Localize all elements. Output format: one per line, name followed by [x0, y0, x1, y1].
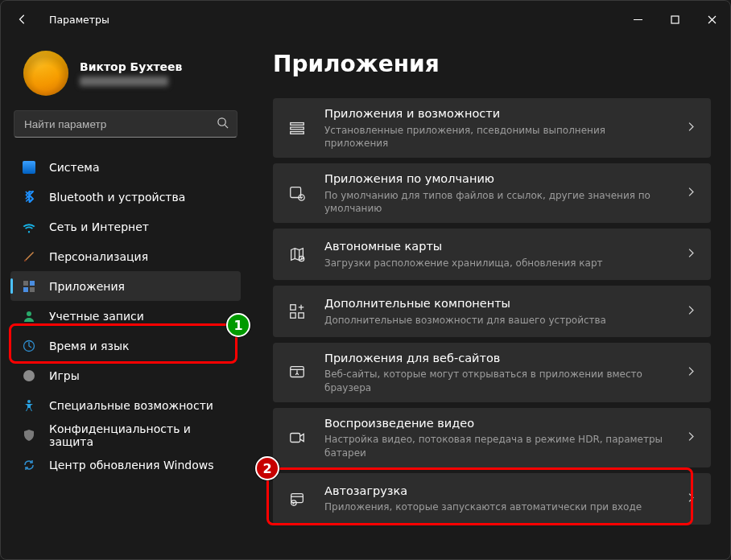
- sidebar-item-label: Приложения: [49, 280, 125, 293]
- back-button[interactable]: [7, 4, 38, 35]
- svg-rect-12: [291, 132, 304, 134]
- offline-maps-icon: [287, 245, 307, 264]
- tile-apps-websites[interactable]: Приложения для веб-сайтов Веб-сайты, кот…: [273, 343, 711, 402]
- chevron-right-icon: [686, 491, 696, 506]
- gaming-icon: [22, 369, 36, 383]
- settings-tiles: Приложения и возможности Установленные п…: [273, 98, 711, 527]
- apps-features-icon: [287, 118, 307, 138]
- svg-point-8: [23, 370, 35, 381]
- tile-title: Автозагрузка: [324, 484, 668, 500]
- tile-optional-features[interactable]: Дополнительные компоненты Дополнительные…: [273, 286, 711, 337]
- sidebar-item-personalization[interactable]: Персонализация: [10, 241, 241, 271]
- sidebar-nav: Система Bluetooth и устройства Сеть и Ин…: [10, 152, 241, 480]
- maximize-button[interactable]: [656, 6, 693, 33]
- user-name: Виктор Бухтеев: [80, 60, 182, 73]
- network-icon: [22, 220, 36, 234]
- search-input[interactable]: [23, 117, 217, 131]
- sidebar-item-label: Система: [49, 161, 99, 174]
- sidebar-item-label: Время и язык: [49, 340, 129, 352]
- sidebar-item-label: Специальные возможности: [49, 399, 213, 412]
- minimize-button[interactable]: [619, 6, 656, 33]
- search-input-wrap[interactable]: [14, 110, 237, 138]
- chevron-right-icon: [686, 120, 696, 135]
- sidebar-item-network[interactable]: Сеть и Интернет: [10, 212, 241, 241]
- svg-rect-11: [291, 127, 304, 130]
- sidebar-item-label: Учетные записи: [49, 310, 144, 323]
- close-button[interactable]: [693, 6, 730, 33]
- sidebar-item-label: Bluetooth и устройства: [49, 191, 185, 204]
- chevron-right-icon: [686, 430, 696, 445]
- sidebar-item-label: Конфиденциальность и защита: [49, 422, 233, 448]
- tile-offline-maps[interactable]: Автономные карты Загрузки расположение х…: [273, 229, 711, 280]
- tile-title: Автономные карты: [324, 239, 668, 255]
- accessibility-icon: [22, 398, 36, 413]
- video-playback-icon: [287, 428, 307, 447]
- chevron-right-icon: [686, 246, 696, 261]
- titlebar: Параметры: [1, 1, 730, 38]
- sidebar-item-privacy[interactable]: Конфиденциальность и защита: [10, 420, 241, 450]
- svg-point-6: [27, 311, 31, 316]
- svg-rect-0: [671, 16, 679, 23]
- svg-rect-17: [291, 313, 295, 318]
- chevron-right-icon: [686, 185, 696, 200]
- main-content: Приложения Приложения и возможности Уста…: [250, 38, 730, 559]
- tile-apps-features[interactable]: Приложения и возможности Установленные п…: [273, 98, 711, 158]
- svg-rect-2: [23, 281, 28, 286]
- window-title: Параметры: [49, 14, 109, 26]
- tile-subtitle: Приложения, которые запускаются автомати…: [324, 500, 668, 513]
- accounts-icon: [22, 309, 36, 323]
- windows-update-icon: [22, 458, 36, 472]
- avatar: [23, 51, 68, 96]
- search-icon: [217, 117, 229, 132]
- sidebar-item-label: Сеть и Интернет: [49, 220, 149, 233]
- sidebar-item-windows-update[interactable]: Центр обновления Windows: [10, 450, 241, 480]
- tile-title: Воспроизведение видео: [324, 416, 668, 432]
- tile-subtitle: Загрузки расположение хранилища, обновле…: [324, 257, 668, 270]
- svg-rect-4: [23, 287, 28, 292]
- tile-title: Приложения для веб-сайтов: [324, 351, 668, 367]
- sidebar-item-accounts[interactable]: Учетные записи: [10, 301, 241, 331]
- tile-title: Приложения по умолчанию: [324, 171, 668, 187]
- tile-default-apps[interactable]: Приложения по умолчанию По умолчанию для…: [273, 163, 711, 223]
- tile-subtitle: Дополнительные возможности для вашего ус…: [324, 314, 668, 327]
- startup-icon: [287, 489, 307, 509]
- tile-subtitle: Веб-сайты, которые могут открываться в п…: [324, 368, 668, 393]
- tile-video-playback[interactable]: Воспроизведение видео Настройка видео, п…: [273, 408, 711, 467]
- tile-subtitle: Установленные приложения, псевдонимы вып…: [324, 124, 668, 150]
- svg-rect-20: [291, 433, 300, 442]
- tile-subtitle: По умолчанию для типов файлов и ссылок, …: [324, 189, 668, 215]
- svg-point-1: [218, 117, 225, 125]
- apps-icon: [22, 279, 36, 294]
- bluetooth-icon: [22, 190, 36, 204]
- page-title: Приложения: [273, 51, 711, 77]
- chevron-right-icon: [686, 364, 696, 380]
- default-apps-icon: [287, 183, 307, 203]
- sidebar-item-label: Персонализация: [49, 250, 148, 263]
- sidebar: Виктор Бухтеев Система: [1, 38, 250, 559]
- sidebar-item-label: Игры: [49, 369, 80, 382]
- sidebar-item-label: Центр обновления Windows: [49, 459, 213, 471]
- chevron-right-icon: [686, 303, 696, 319]
- svg-rect-21: [291, 493, 304, 502]
- sidebar-item-accessibility[interactable]: Специальные возможности: [10, 390, 241, 420]
- svg-rect-5: [30, 287, 35, 292]
- sidebar-item-apps[interactable]: Приложения: [10, 271, 241, 301]
- sidebar-item-gaming[interactable]: Игры: [10, 360, 241, 390]
- svg-rect-18: [299, 313, 304, 318]
- time-language-icon: [22, 339, 36, 353]
- system-icon: [22, 160, 36, 175]
- tile-startup[interactable]: Автозагрузка Приложения, которые запуска…: [273, 473, 711, 525]
- svg-point-9: [27, 400, 31, 403]
- apps-websites-icon: [287, 363, 307, 382]
- personalization-icon: [22, 249, 36, 264]
- user-profile[interactable]: Виктор Бухтеев: [10, 44, 241, 110]
- svg-rect-3: [30, 281, 35, 286]
- tile-subtitle: Настройка видео, потоковая передача в ре…: [324, 433, 668, 459]
- tile-title: Дополнительные компоненты: [324, 296, 668, 312]
- sidebar-item-bluetooth[interactable]: Bluetooth и устройства: [10, 182, 241, 212]
- sidebar-item-time-language[interactable]: Время и язык: [10, 331, 241, 360]
- svg-rect-10: [291, 123, 304, 126]
- svg-rect-16: [291, 305, 295, 310]
- sidebar-item-system[interactable]: Система: [10, 152, 241, 182]
- tile-title: Приложения и возможности: [324, 106, 668, 122]
